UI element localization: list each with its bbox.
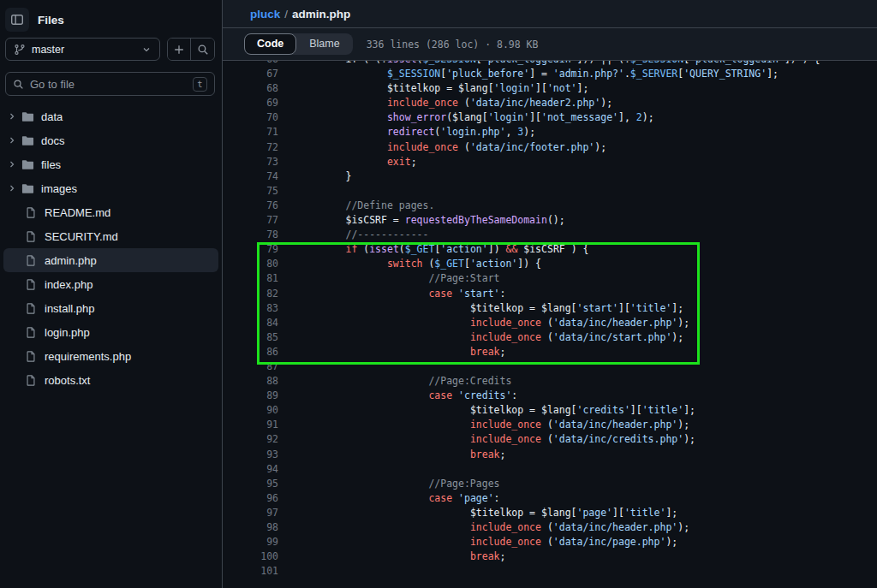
line-number-69[interactable]: 69 [223,96,278,110]
chevron-right-icon [5,135,19,146]
line-number-79[interactable]: 79 [223,242,278,257]
line-number-68[interactable]: 68 [223,81,278,96]
line-number-91[interactable]: 91 [223,418,278,432]
line-number-90[interactable]: 90 [223,403,278,418]
add-file-button[interactable] [168,39,191,60]
search-tree-button[interactable] [191,39,214,60]
code-line-content: if ( (!isset($_SESSION['pluck_loggedin']… [278,61,820,67]
line-number-101[interactable]: 101 [223,564,278,579]
code-blame-switcher: Code Blame [244,33,353,55]
tree-item-robots.txt[interactable]: robots.txt [3,368,218,392]
goto-file-input[interactable] [30,78,193,91]
tree-item-data[interactable]: data [3,104,218,128]
line-number-77[interactable]: 77 [223,213,278,228]
code-line-80: 80 switch ($_GET['action']) { [223,257,877,271]
tree-item-label: requirements.php [45,350,131,363]
code-line-82: 82 case 'start': [223,287,877,301]
tree-item-label: robots.txt [45,374,90,387]
line-number-70[interactable]: 70 [223,110,278,125]
tree-item-install.php[interactable]: install.php [3,296,218,320]
code-line-content: include_once ('data/inc/page.php'); [278,535,677,549]
code-line-93: 93 break; [223,448,877,462]
tree-item-label: images [41,182,77,195]
code-line-71: 71 redirect('login.php', 3); [223,125,877,140]
tree-action-group [167,38,215,61]
code-viewer: 66 if ( (!isset($_SESSION['pluck_loggedi… [223,61,877,588]
tree-item-SECURITY.md[interactable]: SECURITY.md [3,224,218,248]
line-number-82[interactable]: 82 [223,287,278,301]
collapse-sidebar-button[interactable] [5,8,29,32]
line-number-89[interactable]: 89 [223,389,278,403]
line-number-75[interactable]: 75 [223,184,278,199]
file-icon [24,254,38,267]
code-line-content: include_once ('data/inc/start.php'); [278,330,683,345]
tree-item-docs[interactable]: docs [3,128,218,152]
line-number-93[interactable]: 93 [223,448,278,462]
line-number-96[interactable]: 96 [223,491,278,506]
code-line-81: 81 //Page:Start [223,271,877,286]
line-number-98[interactable]: 98 [223,520,278,535]
line-number-67[interactable]: 67 [223,67,278,81]
tree-item-images[interactable]: images [3,176,218,200]
tree-item-requirements.php[interactable]: requirements.php [3,344,218,368]
folder-icon [21,110,34,123]
line-number-86[interactable]: 86 [223,345,278,359]
code-line-content: //Page:Pages [278,477,500,491]
line-number-83[interactable]: 83 [223,301,278,316]
tree-item-label: files [41,158,61,171]
line-number-99[interactable]: 99 [223,535,278,549]
goto-file-field[interactable]: t [5,72,215,96]
code-line-88: 88 //Page:Credits [223,374,877,389]
line-number-94[interactable]: 94 [223,462,278,477]
tree-item-login.php[interactable]: login.php [3,320,218,344]
line-number-71[interactable]: 71 [223,125,278,140]
breadcrumb-repo-link[interactable]: pluck [250,8,280,21]
line-number-81[interactable]: 81 [223,271,278,286]
code-line-content: //Define pages. [278,199,434,213]
line-number-87[interactable]: 87 [223,359,278,374]
tree-item-index.php[interactable]: index.php [3,272,218,296]
line-number-66[interactable]: 66 [223,61,278,67]
file-icon [24,278,38,291]
file-icon [24,374,38,387]
code-lines: 66 if ( (!isset($_SESSION['pluck_loggedi… [223,61,877,579]
tab-code[interactable]: Code [244,33,296,55]
code-line-83: 83 $titelkop = $lang['start']['title']; [223,301,877,316]
code-line-89: 89 case 'credits': [223,389,877,403]
line-number-78[interactable]: 78 [223,228,278,242]
tree-item-label: admin.php [45,254,97,267]
code-line-70: 70 show_error($lang['login']['not_messag… [223,110,877,125]
file-meta-info: 336 lines (286 loc) · 8.98 KB [367,39,539,50]
line-number-72[interactable]: 72 [223,140,278,155]
tree-item-label: install.php [45,302,95,315]
code-line-101: 101 [223,564,877,579]
code-line-79: 79 if (isset($_GET['action']) && $isCSRF… [223,242,877,257]
line-number-73[interactable]: 73 [223,155,278,169]
line-number-80[interactable]: 80 [223,257,278,271]
tree-item-files[interactable]: files [3,152,218,176]
line-number-84[interactable]: 84 [223,316,278,330]
line-number-100[interactable]: 100 [223,549,278,564]
file-tree-sidebar: Files master [0,0,223,588]
line-number-95[interactable]: 95 [223,477,278,491]
file-tree: datadocsfilesimagesREADME.mdSECURITY.mda… [0,104,222,392]
line-number-85[interactable]: 85 [223,330,278,345]
branch-selector[interactable]: master [5,38,160,61]
shortcut-key-hint: t [193,77,207,92]
tab-blame[interactable]: Blame [296,33,352,55]
line-number-76[interactable]: 76 [223,199,278,213]
line-number-74[interactable]: 74 [223,169,278,184]
line-number-97[interactable]: 97 [223,506,278,520]
tree-item-admin.php[interactable]: admin.php [3,248,218,272]
file-icon [24,326,38,339]
main-panel: pluck / admin.php Code Blame 336 lines (… [223,0,877,588]
code-line-84: 84 include_once ('data/inc/header.php'); [223,316,877,330]
line-number-88[interactable]: 88 [223,374,278,389]
git-branch-icon [14,44,26,56]
line-number-92[interactable]: 92 [223,432,278,447]
code-line-content: $titelkop = $lang['login']['not']; [278,81,588,96]
code-line-content [278,359,304,374]
breadcrumb-separator: / [284,8,288,21]
tree-item-label: index.php [45,278,92,291]
tree-item-README.md[interactable]: README.md [3,200,218,224]
